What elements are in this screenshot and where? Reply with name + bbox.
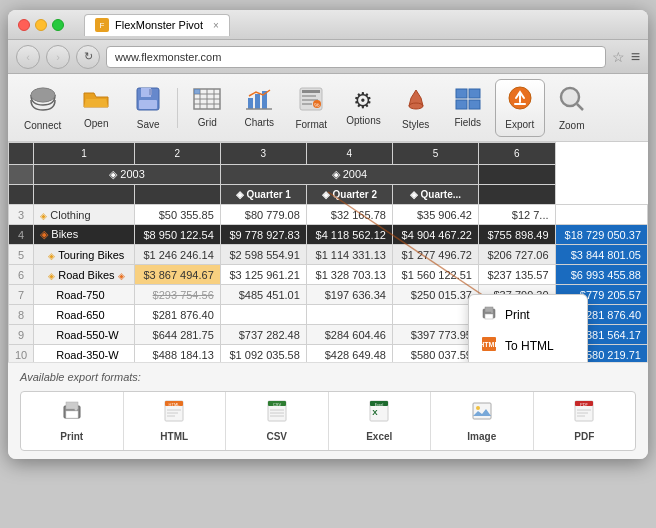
table-row: 4 ◈ Bikes $8 950 122.54 $9 778 927.83 $4… bbox=[9, 225, 648, 245]
year-2003-header: ◈ 2003 bbox=[34, 165, 221, 185]
quarter-blank bbox=[9, 185, 34, 205]
save-button[interactable]: Save bbox=[123, 79, 173, 137]
csv-option[interactable]: CSV To CSV bbox=[469, 361, 587, 362]
svg-rect-28 bbox=[456, 100, 467, 109]
open-button[interactable]: Open bbox=[71, 79, 121, 137]
csv-format-icon: CSV bbox=[266, 400, 288, 427]
road350-val-1: $488 184.13 bbox=[134, 345, 220, 363]
bikes-val-2: $9 778 927.83 bbox=[220, 225, 306, 245]
road750-label: Road-750 bbox=[34, 285, 134, 305]
styles-icon bbox=[403, 86, 429, 116]
clothing-val-1: $50 355.85 bbox=[134, 205, 220, 225]
clothing-val-4: $35 906.42 bbox=[392, 205, 478, 225]
fields-button[interactable]: Fields bbox=[443, 79, 493, 137]
touring-bikes-label[interactable]: ◈Touring Bikes bbox=[34, 245, 134, 265]
col-num-1: 1 bbox=[34, 143, 134, 165]
svg-rect-5 bbox=[139, 100, 157, 109]
col-num-5: 5 bbox=[392, 143, 478, 165]
close-window-button[interactable] bbox=[18, 19, 30, 31]
svg-text:HTML: HTML bbox=[169, 402, 181, 407]
title-bar: F FlexMonster Pivot × bbox=[8, 10, 648, 40]
charts-label: Charts bbox=[245, 117, 274, 128]
road550-val-2: $737 282.48 bbox=[220, 325, 306, 345]
row-num-9: 9 bbox=[9, 325, 34, 345]
table-row: 5 ◈Touring Bikes $1 246 246.14 $2 598 55… bbox=[9, 245, 648, 265]
format-button[interactable]: % Format bbox=[286, 79, 336, 137]
road350-val-3: $428 649.48 bbox=[306, 345, 392, 363]
row-label-header bbox=[9, 165, 34, 185]
bikes-val-6: $18 729 050.37 bbox=[555, 225, 647, 245]
address-bar[interactable]: www.flexmonster.com bbox=[106, 46, 606, 68]
open-label: Open bbox=[84, 118, 108, 129]
svg-text:Excel: Excel bbox=[375, 403, 384, 407]
excel-format-icon: Excel X bbox=[368, 400, 390, 427]
connect-label: Connect bbox=[24, 120, 61, 131]
road650-val-3 bbox=[306, 305, 392, 325]
pdf-format-icon: PDF bbox=[573, 400, 595, 427]
col-num-4: 4 bbox=[306, 143, 392, 165]
browser-tab[interactable]: F FlexMonster Pivot × bbox=[84, 14, 230, 36]
styles-label: Styles bbox=[402, 119, 429, 130]
print-dropdown-icon bbox=[481, 305, 497, 324]
clothing-val-3: $32 165.78 bbox=[306, 205, 392, 225]
export-button[interactable]: Export bbox=[495, 79, 545, 137]
options-label: Options bbox=[346, 115, 380, 126]
svg-rect-37 bbox=[485, 314, 493, 319]
styles-button[interactable]: Styles bbox=[391, 79, 441, 137]
road-val-1: $3 867 494.67 bbox=[134, 265, 220, 285]
maximize-window-button[interactable] bbox=[52, 19, 64, 31]
toolbar: Connect Open Save bbox=[8, 74, 648, 142]
fields-label: Fields bbox=[454, 117, 481, 128]
road750-val-2: $485 451.01 bbox=[220, 285, 306, 305]
svg-point-38 bbox=[491, 311, 493, 313]
html-dropdown-icon: HTML bbox=[481, 336, 497, 355]
csv-format-button[interactable]: CSV CSV bbox=[226, 392, 329, 450]
tab-favicon: F bbox=[95, 18, 109, 32]
export-icon bbox=[506, 86, 534, 116]
print-format-icon bbox=[61, 400, 83, 427]
road750-val-4: $250 015.37 bbox=[392, 285, 478, 305]
grid-icon bbox=[193, 88, 221, 114]
road750-val-1: $293 754.56 bbox=[134, 285, 220, 305]
options-icon: ⚙ bbox=[353, 90, 373, 112]
html-option[interactable]: HTML To HTML bbox=[469, 330, 587, 361]
svg-point-34 bbox=[562, 89, 578, 105]
svg-rect-46 bbox=[66, 411, 78, 418]
column-number-row: 1 2 3 4 5 6 bbox=[9, 143, 648, 165]
tab-close-button[interactable]: × bbox=[213, 20, 219, 31]
grid-button[interactable]: Grid bbox=[182, 79, 232, 137]
quarter3-header: ◈ Quarte... bbox=[392, 185, 478, 205]
print-format-button[interactable]: Print bbox=[21, 392, 124, 450]
connect-button[interactable]: Connect bbox=[16, 79, 69, 137]
image-format-button[interactable]: Image bbox=[431, 392, 534, 450]
svg-rect-13 bbox=[194, 89, 200, 94]
svg-rect-31 bbox=[514, 103, 526, 105]
refresh-button[interactable]: ↻ bbox=[76, 45, 100, 69]
html-format-button[interactable]: HTML HTML bbox=[124, 392, 227, 450]
svg-point-65 bbox=[476, 406, 480, 410]
bikes-val-3: $4 118 562.12 bbox=[306, 225, 392, 245]
print-option[interactable]: Print bbox=[469, 299, 587, 330]
svg-text:HTML: HTML bbox=[481, 341, 497, 348]
image-format-icon bbox=[471, 400, 493, 427]
options-button[interactable]: ⚙ Options bbox=[338, 79, 388, 137]
tab-title: FlexMonster Pivot bbox=[115, 19, 203, 31]
grid-label: Grid bbox=[198, 117, 217, 128]
bookmark-button[interactable]: ☆ bbox=[612, 49, 625, 65]
minimize-window-button[interactable] bbox=[35, 19, 47, 31]
bikes-label[interactable]: ◈ Bikes bbox=[34, 225, 134, 245]
back-button[interactable]: ‹ bbox=[16, 45, 40, 69]
pdf-format-button[interactable]: PDF PDF bbox=[534, 392, 636, 450]
svg-rect-29 bbox=[469, 100, 480, 109]
clothing-label[interactable]: ◈Clothing bbox=[34, 205, 134, 225]
touring-val-3: $1 114 331.13 bbox=[306, 245, 392, 265]
forward-button[interactable]: › bbox=[46, 45, 70, 69]
charts-button[interactable]: Charts bbox=[234, 79, 284, 137]
zoom-button[interactable]: Zoom bbox=[547, 79, 597, 137]
svg-rect-22 bbox=[302, 103, 312, 105]
html-option-label: To HTML bbox=[505, 339, 554, 353]
road-bikes-label[interactable]: ◈Road Bikes ◈ bbox=[34, 265, 134, 285]
menu-button[interactable]: ≡ bbox=[631, 48, 640, 66]
table-row: 6 ◈Road Bikes ◈ $3 867 494.67 $3 125 961… bbox=[9, 265, 648, 285]
excel-format-button[interactable]: Excel X Excel bbox=[329, 392, 432, 450]
